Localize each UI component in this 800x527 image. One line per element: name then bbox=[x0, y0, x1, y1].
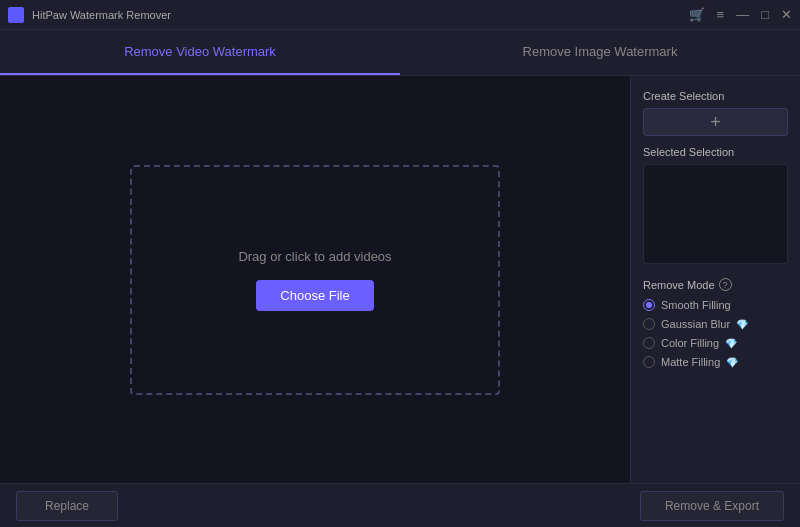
mode-color-label: Color Filling bbox=[661, 337, 719, 349]
remove-mode-header: Remove Mode ? bbox=[643, 278, 788, 291]
maximize-button[interactable]: □ bbox=[761, 8, 769, 21]
gem-icon-color: 💎 bbox=[725, 338, 737, 349]
title-bar: HitPaw Watermark Remover 🛒 ≡ — □ ✕ bbox=[0, 0, 800, 30]
create-selection-title: Create Selection bbox=[643, 90, 788, 102]
title-bar-left: HitPaw Watermark Remover bbox=[8, 7, 171, 23]
mode-smooth-label: Smooth Filling bbox=[661, 299, 731, 311]
menu-icon[interactable]: ≡ bbox=[717, 8, 725, 21]
help-icon[interactable]: ? bbox=[719, 278, 732, 291]
app-title: HitPaw Watermark Remover bbox=[32, 9, 171, 21]
selected-selection-box bbox=[643, 164, 788, 264]
cart-icon[interactable]: 🛒 bbox=[689, 8, 705, 21]
gem-icon-gaussian: 💎 bbox=[736, 319, 748, 330]
tab-image[interactable]: Remove Image Watermark bbox=[400, 30, 800, 75]
radio-color[interactable] bbox=[643, 337, 655, 349]
radio-smooth[interactable] bbox=[643, 299, 655, 311]
create-selection-section: Create Selection + bbox=[643, 90, 788, 136]
radio-matte[interactable] bbox=[643, 356, 655, 368]
radio-gaussian[interactable] bbox=[643, 318, 655, 330]
mode-color[interactable]: Color Filling 💎 bbox=[643, 337, 788, 349]
right-panel: Create Selection + Selected Selection Re… bbox=[630, 76, 800, 483]
remove-mode-section: Remove Mode ? Smooth Filling Gaussian Bl… bbox=[643, 278, 788, 375]
minimize-button[interactable]: — bbox=[736, 8, 749, 21]
tab-bar: Remove Video Watermark Remove Image Wate… bbox=[0, 30, 800, 76]
tab-video[interactable]: Remove Video Watermark bbox=[0, 30, 400, 75]
remove-mode-label: Remove Mode bbox=[643, 279, 715, 291]
drop-zone[interactable]: Drag or click to add videos Choose File bbox=[130, 165, 500, 395]
close-button[interactable]: ✕ bbox=[781, 8, 792, 21]
mode-gaussian-label: Gaussian Blur bbox=[661, 318, 730, 330]
selected-selection-section: Selected Selection bbox=[643, 146, 788, 264]
mode-matte[interactable]: Matte Filling 💎 bbox=[643, 356, 788, 368]
gem-icon-matte: 💎 bbox=[726, 357, 738, 368]
main-layout: Drag or click to add videos Choose File … bbox=[0, 76, 800, 483]
choose-file-button[interactable]: Choose File bbox=[256, 280, 373, 311]
content-area: Drag or click to add videos Choose File bbox=[0, 76, 630, 483]
export-button[interactable]: Remove & Export bbox=[640, 491, 784, 521]
mode-matte-label: Matte Filling bbox=[661, 356, 720, 368]
create-selection-button[interactable]: + bbox=[643, 108, 788, 136]
mode-gaussian[interactable]: Gaussian Blur 💎 bbox=[643, 318, 788, 330]
mode-smooth[interactable]: Smooth Filling bbox=[643, 299, 788, 311]
replace-button[interactable]: Replace bbox=[16, 491, 118, 521]
drop-zone-text: Drag or click to add videos bbox=[238, 249, 391, 264]
selected-selection-title: Selected Selection bbox=[643, 146, 788, 158]
bottom-bar: Replace Remove & Export bbox=[0, 483, 800, 527]
window-controls: 🛒 ≡ — □ ✕ bbox=[689, 8, 792, 21]
plus-icon: + bbox=[710, 112, 721, 133]
app-icon bbox=[8, 7, 24, 23]
